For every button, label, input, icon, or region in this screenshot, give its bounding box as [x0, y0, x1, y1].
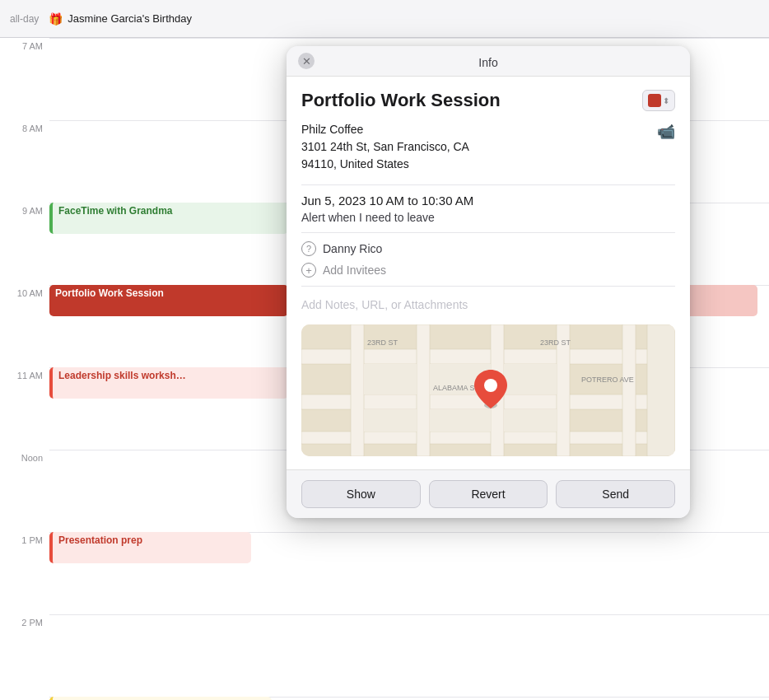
leadership-event-label: Leadership skills worksh…: [58, 370, 186, 381]
chevron-updown-icon: ⬍: [663, 96, 669, 105]
divider-3: [301, 286, 675, 287]
add-invitees-icon: +: [301, 263, 316, 278]
svg-text:ALABAMA S: ALABAMA S: [433, 384, 475, 392]
svg-rect-8: [622, 324, 636, 456]
add-invitees-text: Add Invitees: [323, 264, 386, 277]
map-container[interactable]: 23RD ST 23RD ST ALABAMA S POTRERO AVE Sa…: [301, 324, 675, 456]
datetime-row: Jun 5, 2023 10 AM to 10:30 AM: [301, 194, 675, 208]
svg-rect-14: [430, 409, 491, 432]
popup-header: ✕ Info: [287, 46, 690, 77]
time-slot-1pm: 1 PM: [0, 532, 49, 614]
presentation-event[interactable]: Presentation prep: [49, 532, 251, 563]
map-svg: 23RD ST 23RD ST ALABAMA S POTRERO AVE: [301, 324, 675, 456]
svg-rect-9: [647, 324, 675, 456]
time-column: 7 AM 8 AM 9 AM 10 AM 11 AM Noon 1 PM 2 P…: [0, 38, 49, 700]
facetime-event[interactable]: FaceTime with Grandma: [49, 203, 288, 234]
portfolio-event[interactable]: Portfolio Work Session: [49, 285, 288, 316]
time-slot-9am: 9 AM: [0, 203, 49, 285]
portfolio-event-label: Portfolio Work Session: [55, 287, 164, 299]
facetime-event-label: FaceTime with Grandma: [58, 205, 173, 217]
time-slot-noon: Noon: [0, 450, 49, 532]
svg-point-21: [484, 379, 497, 392]
time-slot-7am: 7 AM: [0, 38, 49, 120]
revert-button[interactable]: Revert: [429, 480, 548, 508]
close-icon: ✕: [302, 55, 311, 68]
svg-text:23RD ST: 23RD ST: [367, 338, 398, 347]
divider-1: [301, 184, 675, 185]
video-camera-icon: 📹: [657, 123, 675, 141]
all-day-label: all-day: [10, 13, 39, 25]
svg-text:POTRERO AVE: POTRERO AVE: [581, 376, 634, 384]
time-slot-3pm: 3 PM: [0, 697, 49, 700]
choir-event[interactable]: Choir practice: [49, 697, 272, 700]
svg-rect-15: [504, 409, 557, 432]
time-slot-11am: 11 AM: [0, 367, 49, 450]
time-slot-2pm: 2 PM: [0, 614, 49, 697]
time-slot-10am: 10 AM: [0, 285, 49, 367]
svg-rect-13: [364, 409, 417, 432]
location-address: 3101 24th St, San Francisco, CA94110, Un…: [301, 138, 469, 173]
leadership-event[interactable]: Leadership skills worksh…: [49, 367, 288, 399]
location-row: Philz Coffee 3101 24th St, San Francisco…: [301, 121, 675, 173]
alert-row: Alert when I need to leave: [301, 211, 675, 224]
svg-rect-4: [351, 324, 364, 456]
color-swatch: [648, 94, 661, 107]
info-popup: ✕ Info Portfolio Work Session ⬍ Philz Co…: [287, 46, 690, 518]
birthday-event-label: Jasmine Garcia's Birthday: [68, 12, 192, 25]
svg-rect-5: [417, 324, 430, 456]
svg-rect-12: [504, 364, 557, 394]
send-button[interactable]: Send: [556, 480, 675, 508]
close-button[interactable]: ✕: [298, 53, 315, 69]
presentation-event-label: Presentation prep: [58, 534, 142, 546]
location-name: Philz Coffee: [301, 121, 469, 138]
help-icon: ?: [301, 241, 316, 256]
all-day-bar: all-day 🎁 Jasmine Garcia's Birthday: [0, 0, 769, 38]
location-text: Philz Coffee 3101 24th St, San Francisco…: [301, 121, 469, 173]
birthday-event[interactable]: 🎁 Jasmine Garcia's Birthday: [49, 12, 192, 26]
gift-icon: 🎁: [49, 12, 63, 26]
event-title-row: Portfolio Work Session ⬍: [301, 90, 675, 111]
event-title: Portfolio Work Session: [301, 90, 501, 111]
show-button[interactable]: Show: [301, 480, 421, 508]
color-picker-button[interactable]: ⬍: [642, 90, 675, 111]
organizer-name: Danny Rico: [323, 242, 382, 255]
notes-row[interactable]: Add Notes, URL, or Attachments: [301, 295, 675, 315]
organizer-row: ? Danny Rico: [301, 241, 675, 256]
popup-title: Info: [478, 56, 497, 69]
popup-footer: Show Revert Send: [287, 469, 690, 518]
divider-2: [301, 232, 675, 233]
popup-body: Portfolio Work Session ⬍ Philz Coffee 31…: [287, 77, 690, 469]
svg-text:23RD ST: 23RD ST: [540, 338, 571, 347]
add-invitees-row[interactable]: + Add Invitees: [301, 263, 675, 278]
time-slot-8am: 8 AM: [0, 120, 49, 203]
svg-rect-10: [364, 364, 417, 394]
